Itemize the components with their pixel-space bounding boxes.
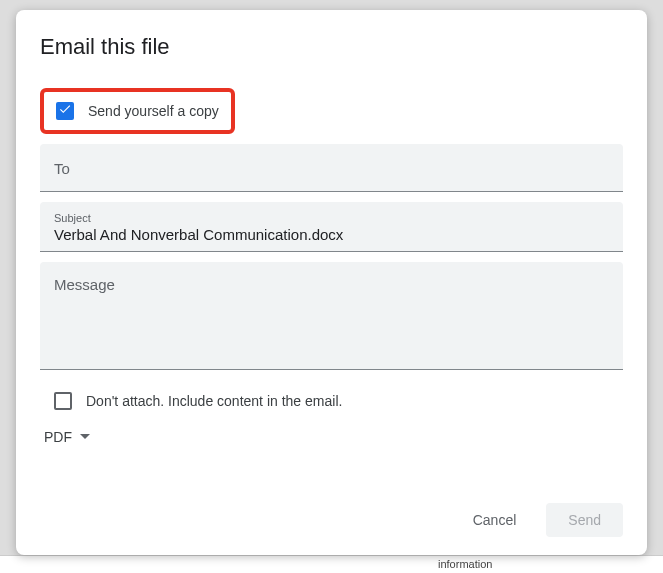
dialog-title: Email this file [40,34,623,60]
subject-label: Subject [54,212,609,224]
send-copy-checkbox[interactable] [56,102,74,120]
checkmark-icon [58,102,72,120]
dialog-actions: Cancel Send [40,483,623,537]
to-field[interactable]: To [40,144,623,192]
send-button[interactable]: Send [546,503,623,537]
dont-attach-label: Don't attach. Include content in the ema… [86,393,342,409]
dont-attach-row: Don't attach. Include content in the ema… [40,380,623,418]
email-file-dialog: Email this file Send yourself a copy To … [16,10,647,555]
subject-value: Verbal And Nonverbal Communication.docx [54,226,609,243]
format-label: PDF [44,429,72,445]
background-footer: information [0,555,663,573]
chevron-down-icon [80,428,90,446]
to-placeholder: To [54,160,70,177]
send-copy-label: Send yourself a copy [88,103,219,119]
message-field[interactable]: Message [40,262,623,370]
format-dropdown[interactable]: PDF [40,418,623,446]
send-copy-highlight: Send yourself a copy [40,88,235,134]
dont-attach-checkbox[interactable] [54,392,72,410]
cancel-button[interactable]: Cancel [451,503,539,537]
subject-field[interactable]: Subject Verbal And Nonverbal Communicati… [40,202,623,252]
message-placeholder: Message [54,276,115,293]
